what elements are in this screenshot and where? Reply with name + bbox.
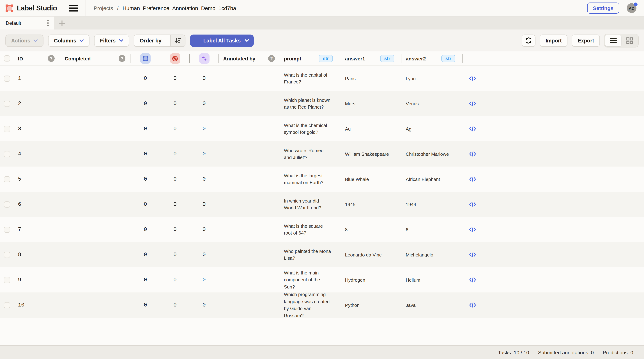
show-source-button[interactable] [469,176,476,182]
list-view-toggle[interactable] [605,35,621,46]
order-by-button[interactable]: Order by [134,34,186,47]
breadcrumb-projects-link[interactable]: Projects [94,5,113,11]
row-checkbox[interactable] [4,302,10,308]
show-source-button[interactable] [469,277,476,283]
cell-cancelled-count: 0 [160,242,190,267]
cancelled-count: 0 [174,277,177,283]
str-type-badge: str [319,55,333,62]
annotations-count: 0 [144,302,147,308]
cell-completed [58,116,130,141]
breadcrumb-project-name: Human_Preference_Annotation_Demo_1cd7ba [122,5,236,11]
sort-direction-button[interactable] [170,35,185,46]
task-row[interactable]: 1 0 0 0 What is the capital of France? P… [0,66,644,91]
row-checkbox[interactable] [4,277,10,283]
answer1-text: Paris [345,76,356,81]
select-all-checkbox[interactable] [4,55,10,62]
annotations-count: 0 [144,101,147,107]
task-row[interactable]: 6 0 0 0 In which year did World War II e… [0,192,644,217]
column-header-prompt[interactable]: prompt str [279,52,340,66]
tab-options-button[interactable] [46,19,50,27]
view-mode-toggle [604,34,638,47]
table-header: ID ? Completed ? [0,52,644,66]
row-checkbox[interactable] [4,176,10,182]
show-source-button[interactable] [469,126,476,132]
hamburger-menu-icon [68,5,78,12]
predictions-count: 0 [202,302,206,308]
tab-default[interactable]: Default [0,17,54,30]
task-row[interactable]: 4 0 0 0 Who wrote 'Romeo and Juliet'? Wi… [0,141,644,167]
add-view-button[interactable] [54,17,70,30]
cell-cancelled-count: 0 [160,192,190,217]
row-checkbox[interactable] [4,75,10,82]
cell-id: 6 [14,192,58,217]
export-button[interactable]: Export [572,34,600,47]
column-header-answer1[interactable]: answer1 str [340,52,402,66]
row-checkbox[interactable] [4,201,10,207]
grid-view-toggle[interactable] [621,35,638,46]
annotations-count: 0 [144,151,147,157]
code-icon [469,277,476,283]
cell-prompt: What is the main component of the Sun? [279,267,340,292]
label-all-tasks-button[interactable]: Label All Tasks [190,34,254,47]
predictions-count: 0 [202,176,206,182]
row-checkbox[interactable] [4,151,10,157]
filters-dropdown[interactable]: Filters [94,34,129,47]
help-icon[interactable]: ? [48,55,54,62]
app-logo[interactable]: Label Studio [5,4,57,13]
columns-label: Columns [54,38,76,43]
columns-dropdown[interactable]: Columns [48,34,90,47]
column-header-cancelled[interactable] [160,52,190,66]
prompt-text: Who wrote 'Romeo and Juliet'? [284,147,333,161]
actions-dropdown[interactable]: Actions [6,34,44,47]
order-by-label: Order by [134,35,167,46]
row-checkbox[interactable] [4,126,10,132]
task-row[interactable]: 5 0 0 0 What is the largest mammal on Ea… [0,167,644,192]
help-icon[interactable]: ? [118,55,126,62]
cancelled-count: 0 [174,126,177,132]
chevron-down-icon [34,39,38,42]
column-header-id[interactable]: ID ? [14,52,58,66]
refresh-button[interactable] [522,34,536,47]
code-icon [469,201,476,207]
column-header-annotations[interactable] [130,52,160,66]
show-source-button[interactable] [469,76,476,81]
main-menu-button[interactable] [68,5,78,12]
task-row[interactable]: 10 0 0 0 Which programming language was … [0,292,644,318]
help-icon[interactable]: ? [268,55,275,62]
task-row[interactable]: 9 0 0 0 What is the main component of th… [0,267,644,292]
cell-cancelled-count: 0 [160,141,190,167]
column-header-completed[interactable]: Completed ? [58,52,130,66]
settings-button[interactable]: Settings [587,3,619,14]
show-source-button[interactable] [469,227,476,232]
cell-prompt: In which year did World War II end? [279,192,340,217]
show-source-button[interactable] [469,252,476,258]
row-checkbox[interactable] [4,252,10,258]
show-source-button[interactable] [469,151,476,157]
cell-answer2: African Elephant [402,167,462,192]
task-row[interactable]: 2 0 0 0 Which planet is known as the Red… [0,91,644,116]
task-row[interactable]: 7 0 0 0 What is the square root of 64? 8… [0,217,644,242]
avatar[interactable]: AD [627,3,636,13]
cell-source [462,267,482,292]
cell-completed [58,192,130,217]
import-button[interactable]: Import [540,34,568,47]
row-checkbox[interactable] [4,101,10,107]
prompt-text: What is the square root of 64? [284,222,333,236]
task-row[interactable]: 8 0 0 0 Who painted the Mona Lisa? Leona… [0,242,644,267]
cell-cancelled-count: 0 [160,91,190,116]
cancelled-count: 0 [174,176,177,182]
show-source-button[interactable] [469,201,476,207]
cell-completed [58,167,130,192]
show-source-button[interactable] [469,101,476,107]
answer2-text: 6 [406,227,408,232]
show-source-button[interactable] [469,302,476,308]
column-header-annotated-by[interactable]: Annotated by ? [218,52,279,66]
column-header-predictions[interactable] [190,52,218,66]
submitted-annotations-count: Submitted annotations: 0 [538,349,594,355]
task-id: 8 [18,252,21,258]
column-header-answer2[interactable]: answer2 str [402,52,462,66]
cell-source [462,292,482,318]
row-checkbox[interactable] [4,226,10,233]
task-row[interactable]: 3 0 0 0 What is the chemical symbol for … [0,116,644,141]
topbar-divider [85,0,86,16]
